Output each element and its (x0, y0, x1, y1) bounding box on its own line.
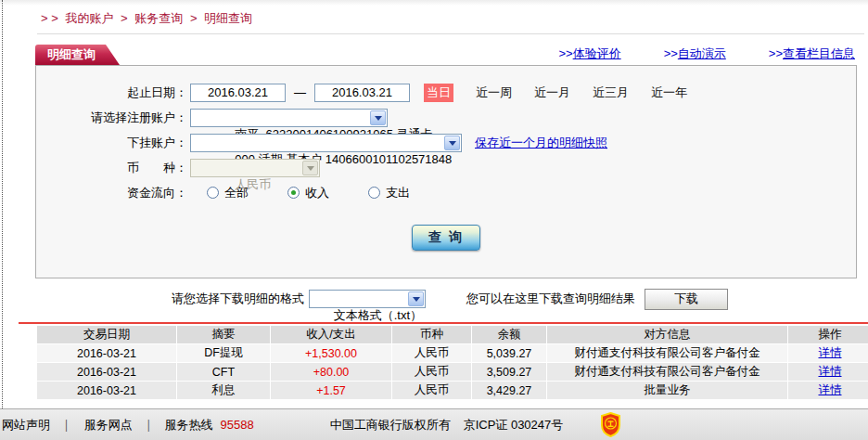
copyright-text: 中国工商银行版权所有 (330, 417, 451, 434)
page: > > 我的账户 > 账务查询 > 明细查询 明细查询 >>体验评价 >>自动演… (0, 0, 868, 440)
hotline-number: 95588 (220, 418, 253, 432)
cell-date: 2016-03-21 (37, 344, 176, 362)
col-header-action: 操作 (788, 326, 868, 343)
detail-query-panel: 明细查询 >>体验评价 >>自动演示 >>查看栏目信息 起止日期： — 当日 近… (35, 45, 857, 278)
breadcrumb: > > 我的账户 > 账务查询 > 明细查询 (0, 0, 868, 27)
site-statement-link[interactable]: 网站声明 (2, 417, 50, 434)
cell-amount: +1.57 (271, 382, 391, 399)
date-range-label: 起止日期： (36, 84, 187, 101)
col-header-balance: 余额 (472, 326, 546, 343)
transaction-table: 交易日期 摘要 收入/支出 币种 余额 对方信息 操作 2016-03-21 D… (36, 325, 868, 400)
quick-range-week-button[interactable]: 近一周 (476, 84, 512, 101)
cell-balance: 5,039.27 (472, 344, 546, 362)
dropdown-arrow-icon[interactable] (444, 136, 460, 150)
quick-range-month-button[interactable]: 近一月 (534, 84, 570, 101)
panel-header-links: >>体验评价 >>自动演示 >>查看栏目信息 (558, 45, 857, 65)
table-header-row: 交易日期 摘要 收入/支出 币种 余额 对方信息 操作 (37, 326, 868, 343)
download-button[interactable]: 下载 (645, 289, 728, 310)
cell-summary: CFT (177, 363, 270, 381)
cell-date: 2016-03-21 (37, 363, 176, 381)
footer-separator: ｜ (60, 417, 72, 434)
breadcrumb-separator: > (190, 11, 198, 25)
cell-currency: 人民币 (392, 363, 471, 381)
registered-account-select[interactable]: 南平 6222001406100921065 灵通卡 (190, 109, 388, 127)
col-header-summary: 摘要 (177, 326, 270, 343)
detail-link[interactable]: 详情 (819, 383, 842, 396)
date-dash: — (294, 85, 306, 99)
experience-rating-link[interactable]: >>体验评价 (558, 45, 620, 62)
cell-amount: +1,530.00 (271, 344, 391, 362)
auto-demo-link[interactable]: >>自动演示 (664, 45, 726, 62)
cell-counterparty: 财付通支付科技有限公司客户备付金 (547, 344, 787, 362)
footer-separator: ｜ (143, 417, 155, 434)
col-header-date: 交易日期 (37, 326, 176, 343)
query-form: 起止日期： — 当日 近一周 近一月 近三月 近一年 请选择注册账户： 南平 6… (35, 65, 857, 278)
dropdown-arrow-icon (302, 161, 318, 175)
currency-label: 币 种： (36, 160, 187, 176)
detail-link[interactable]: 详情 (819, 346, 842, 359)
table-top-rule (19, 322, 868, 324)
breadcrumb-item-my-account[interactable]: 我的账户 (65, 11, 113, 25)
table-row: 2016-03-21 CFT +80.00 人民币 3,509.27 财付通支付… (37, 363, 868, 381)
cell-summary: 利息 (177, 382, 270, 399)
footer: 网站声明 ｜ 服务网点 ｜ 服务热线 95588 中国工商银行版权所有 京ICP… (0, 408, 868, 440)
sub-account-row: 下挂账户： 000 活期 基本户 1406600101102571848 保存近… (36, 130, 856, 155)
download-result-label: 您可以在这里下载查询明细结果 (466, 291, 635, 307)
cell-date: 2016-03-21 (37, 382, 176, 399)
radio-icon[interactable] (368, 187, 380, 199)
col-header-currency: 币种 (392, 326, 471, 343)
radio-checked-icon[interactable] (287, 187, 300, 199)
breadcrumb-item-account-query[interactable]: 账务查询 (134, 11, 183, 25)
cell-balance: 3,509.27 (472, 363, 546, 381)
dropdown-arrow-icon[interactable] (370, 110, 386, 125)
query-button-row: 查 询 (36, 225, 856, 251)
fund-flow-label: 资金流向： (36, 185, 187, 201)
table-row: 2016-03-21 DF提现 +1,530.00 人民币 5,039.27 财… (37, 344, 868, 362)
flow-option-expense[interactable]: 支出 (368, 185, 410, 201)
fund-flow-row: 资金流向： 全部 收入 支出 (36, 180, 856, 205)
currency-select: 人民币 (190, 159, 320, 177)
service-outlets-link[interactable]: 服务网点 (84, 417, 133, 434)
cell-currency: 人民币 (392, 382, 471, 399)
quick-range-today-button[interactable]: 当日 (424, 84, 453, 102)
left-dotted-divider (2, 0, 3, 408)
radio-icon[interactable] (207, 187, 219, 199)
icbc-seal-icon (600, 412, 621, 437)
table-row: 2016-03-21 利息 +1.57 人民币 3,429.27 批量业务 详情 (37, 382, 868, 399)
cell-currency: 人民币 (392, 344, 471, 362)
view-column-info-link[interactable]: >>查看栏目信息 (769, 45, 855, 62)
detail-link[interactable]: 详情 (819, 365, 842, 378)
sub-account-label: 下挂账户： (36, 135, 187, 151)
icp-number: 京ICP证 030247号 (464, 417, 564, 434)
download-row: 请您选择下载明细的格式 文本格式（.txt） 您可以在这里下载查询明细结果 下载 (172, 288, 868, 310)
panel-header: 明细查询 >>体验评价 >>自动演示 >>查看栏目信息 (35, 45, 857, 65)
hotline-label: 服务热线 (164, 417, 212, 434)
date-to-input[interactable] (314, 84, 410, 102)
flow-option-income[interactable]: 收入 (287, 185, 329, 201)
dropdown-arrow-icon[interactable] (408, 291, 424, 306)
registered-account-row: 请选择注册账户： 南平 6222001406100921065 灵通卡 (36, 105, 856, 130)
breadcrumb-separator: > (121, 11, 128, 25)
cell-balance: 3,429.27 (472, 382, 546, 399)
date-from-input[interactable] (190, 84, 286, 102)
cell-counterparty: 批量业务 (547, 382, 787, 399)
breadcrumb-prefix-icon: > > (41, 11, 58, 25)
cell-summary: DF提现 (177, 344, 270, 362)
query-button[interactable]: 查 询 (412, 225, 480, 251)
breadcrumb-divider (37, 33, 864, 34)
quick-range-year-button[interactable]: 近一年 (651, 84, 687, 101)
cell-counterparty: 财付通支付科技有限公司客户备付金 (547, 363, 787, 381)
cell-amount: +80.00 (271, 363, 391, 381)
col-header-counterparty: 对方信息 (547, 326, 787, 343)
quick-range-3months-button[interactable]: 近三月 (593, 84, 629, 101)
download-format-select[interactable]: 文本格式（.txt） (309, 290, 426, 308)
save-monthly-snapshot-link[interactable]: 保存近一个月的明细快照 (475, 135, 607, 151)
registered-account-label: 请选择注册账户： (36, 110, 187, 126)
breadcrumb-item-detail-query[interactable]: 明细查询 (204, 11, 252, 25)
date-range-row: 起止日期： — 当日 近一周 近一月 近三月 近一年 (36, 80, 856, 105)
tab-detail-query: 明细查询 (35, 45, 120, 65)
download-format-label: 请您选择下载明细的格式 (172, 291, 304, 307)
sub-account-select[interactable]: 000 活期 基本户 1406600101102571848 (190, 134, 462, 152)
